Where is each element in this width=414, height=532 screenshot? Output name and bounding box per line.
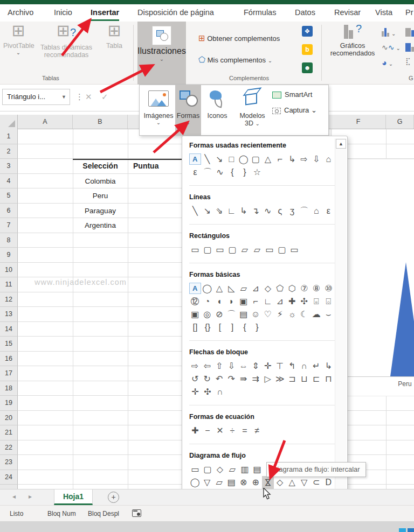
shape-item[interactable]: A bbox=[189, 283, 201, 294]
shape-item[interactable]: ⊐ bbox=[286, 373, 298, 386]
shape-item[interactable]: ▢ bbox=[226, 243, 238, 256]
scroll-up-button[interactable]: ▲ bbox=[336, 139, 346, 149]
shape-item[interactable]: ⌐ bbox=[250, 295, 262, 308]
shape-item[interactable]: − bbox=[202, 424, 213, 437]
shape-item-flowchart-collate[interactable]: ⋈ bbox=[262, 476, 274, 489]
shape-item[interactable]: ✕ bbox=[214, 424, 226, 437]
shape-item[interactable]: ⇘ bbox=[213, 205, 225, 218]
shape-item[interactable]: ⊘ bbox=[213, 308, 225, 321]
shape-item[interactable]: ÷ bbox=[226, 424, 238, 437]
shape-item[interactable]: ☁ bbox=[310, 308, 322, 321]
shape-item[interactable]: ◇ bbox=[214, 463, 226, 476]
shape-item[interactable]: A bbox=[189, 153, 201, 165]
pie-chart-icon[interactable]: ◕⌄ bbox=[382, 58, 393, 68]
ribbon-tab-archivo[interactable]: Archivo bbox=[8, 4, 33, 21]
shape-item[interactable]: ⊗ bbox=[238, 476, 250, 489]
shape-item[interactable]: ∿ bbox=[262, 205, 274, 218]
shape-item[interactable]: ∩ bbox=[299, 360, 310, 373]
shape-item[interactable]: △ bbox=[262, 153, 274, 166]
people-graph-addin-icon[interactable]: ☻ bbox=[302, 62, 313, 73]
shape-item[interactable]: ⇉ bbox=[250, 373, 262, 386]
enter-button[interactable]: ✓ bbox=[101, 89, 108, 105]
shape-item[interactable]: ⊤ bbox=[274, 360, 286, 373]
recommended-charts-button[interactable]: ? Gráficos recomendados bbox=[326, 22, 380, 85]
shape-item[interactable]: ◇ bbox=[262, 282, 274, 295]
shape-item[interactable]: ╲ bbox=[202, 153, 213, 166]
shape-item[interactable]: ▤ bbox=[226, 476, 238, 489]
shape-item[interactable]: ✚ bbox=[286, 295, 298, 308]
ribbon-tab-fórmulas[interactable]: Fórmulas bbox=[244, 4, 276, 21]
shape-item[interactable]: ◇ bbox=[274, 476, 286, 489]
shape-item[interactable]: ☆ bbox=[251, 166, 263, 179]
shape-item[interactable]: ⊔ bbox=[299, 373, 310, 386]
shape-item[interactable]: ⌣ bbox=[323, 308, 335, 321]
shape-item[interactable]: ▢ bbox=[276, 243, 288, 256]
row-header-11[interactable]: 11 bbox=[0, 277, 18, 292]
shape-item[interactable]: ⌒ bbox=[202, 166, 213, 179]
shape-item[interactable]: ↶ bbox=[213, 373, 225, 386]
shape-item[interactable]: △ bbox=[213, 282, 225, 295]
shape-item[interactable]: ◯ bbox=[238, 153, 250, 166]
shape-item[interactable]: ◯ bbox=[202, 282, 213, 295]
shape-item[interactable]: ▢ bbox=[202, 463, 213, 476]
cell-B5[interactable]: Peru bbox=[73, 188, 128, 204]
shape-item[interactable]: = bbox=[239, 424, 251, 437]
row-header-9[interactable]: 9 bbox=[0, 248, 18, 263]
shape-item[interactable]: ∿ bbox=[214, 166, 226, 179]
shape-item[interactable]: ▣ bbox=[238, 295, 250, 308]
shape-item[interactable]: ≠ bbox=[251, 424, 263, 437]
shape-item[interactable]: ▽ bbox=[202, 476, 213, 489]
my-addins-button[interactable]: ⬠ Mis complementos ⌄ bbox=[198, 55, 272, 65]
shape-item[interactable]: ▱ bbox=[251, 243, 263, 256]
bing-addin-icon[interactable]: b bbox=[302, 44, 313, 55]
column-header-a[interactable]: A bbox=[18, 115, 73, 129]
shape-item[interactable]: ⬠ bbox=[274, 282, 286, 295]
shape-item[interactable]: ↻ bbox=[202, 373, 213, 386]
shape-item[interactable]: ✚ bbox=[189, 424, 201, 437]
ribbon-tab-pr[interactable]: Pr bbox=[405, 4, 413, 21]
select-all-button[interactable] bbox=[0, 115, 18, 129]
menu-item-captura[interactable]: Captura ⌄ bbox=[272, 106, 328, 114]
name-box[interactable]: Triángulo i... ▼ bbox=[2, 89, 70, 105]
column-header-f[interactable]: F bbox=[331, 115, 386, 129]
shape-item[interactable]: ∟ bbox=[262, 295, 274, 308]
shape-item[interactable]: ✛ bbox=[262, 360, 274, 373]
menu-item-formas[interactable]: Formas ⌄ bbox=[175, 85, 201, 135]
name-box-dropdown-icon[interactable]: ▼ bbox=[61, 89, 66, 104]
shape-item[interactable]: ⊓ bbox=[323, 373, 335, 386]
shape-item[interactable]: ⌂ bbox=[323, 153, 335, 166]
shape-item[interactable]: } bbox=[239, 166, 251, 179]
shape-item[interactable]: ▭ bbox=[264, 243, 275, 256]
shape-item[interactable]: ⇛ bbox=[238, 373, 250, 386]
shape-item[interactable]: ▥ bbox=[239, 463, 251, 476]
column-chart-icon[interactable]: ⌄ bbox=[382, 28, 396, 37]
row-header-1[interactable]: 1 bbox=[0, 129, 18, 144]
shape-item[interactable]: ◗ bbox=[226, 295, 238, 308]
row-header-19[interactable]: 19 bbox=[0, 396, 18, 411]
row-header-13[interactable]: 13 bbox=[0, 307, 18, 322]
add-sheet-button[interactable]: + bbox=[108, 492, 119, 503]
row-header-4[interactable]: 4 bbox=[0, 174, 18, 189]
cancel-button[interactable]: ✕ bbox=[85, 89, 92, 105]
row-header-24[interactable]: 24 bbox=[0, 470, 18, 485]
sheet-nav-right-icon[interactable]: ▸ bbox=[29, 493, 32, 500]
shape-item[interactable]: ⑧ bbox=[310, 282, 322, 295]
shape-item[interactable]: ⬡ bbox=[286, 282, 298, 295]
shape-item[interactable]: ⑫ bbox=[189, 295, 201, 308]
shape-item[interactable]: ↳ bbox=[323, 360, 335, 373]
sheet-tab-hoja1[interactable]: Hoja1 bbox=[54, 489, 93, 505]
row-header-2[interactable]: 2 bbox=[0, 144, 18, 159]
clipped-chart-icon[interactable]: ⣏ bbox=[405, 57, 411, 65]
cell-B3[interactable]: Selección bbox=[73, 159, 128, 174]
shape-item[interactable]: ↘ bbox=[202, 205, 213, 218]
shape-item[interactable]: ▱ bbox=[239, 243, 251, 256]
shape-item[interactable]: D bbox=[323, 476, 335, 489]
illustrations-button[interactable]: Ilustraciones ⌄ bbox=[137, 22, 186, 85]
shape-item[interactable]: ▣ bbox=[189, 308, 201, 321]
shape-item[interactable]: ⊿ bbox=[274, 295, 286, 308]
shape-item[interactable]: ⊂ bbox=[310, 476, 322, 489]
row-header-3[interactable]: 3 bbox=[0, 159, 18, 174]
ribbon-tab-revisar[interactable]: Revisar bbox=[334, 4, 361, 21]
shape-item[interactable]: ☼ bbox=[286, 308, 298, 321]
menu-item-modelos-3d[interactable]: Modelos 3D ⌄ bbox=[233, 85, 271, 135]
